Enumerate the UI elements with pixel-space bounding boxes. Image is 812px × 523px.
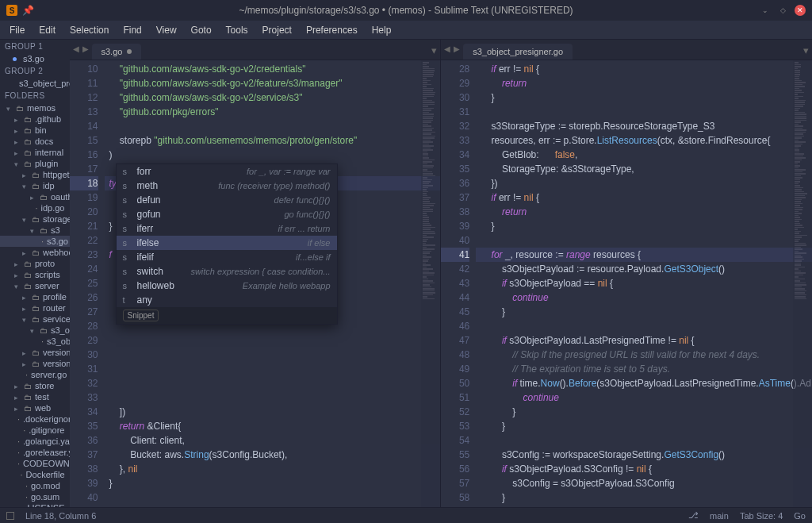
right-pane: ◀▶ s3_object_presigner.go ▾ 282930313233… bbox=[440, 40, 812, 507]
status-tabsize[interactable]: Tab Size: 4 bbox=[740, 511, 783, 521]
sidebar-item[interactable]: 🗀proto bbox=[0, 258, 70, 269]
autocomplete-item[interactable]: shellowebExample hello webapp bbox=[117, 279, 337, 293]
sidebar-item[interactable]: ·s3_object_presigner.go bbox=[0, 336, 70, 347]
autocomplete-item[interactable]: sgofungo func(){}() bbox=[117, 207, 337, 221]
maximize-icon[interactable]: ◇ bbox=[777, 5, 788, 16]
left-tab-bar[interactable]: ◀▶ s3.go ▾ bbox=[70, 40, 441, 60]
sidebar-item[interactable]: 🗀version_checker bbox=[0, 347, 70, 358]
right-code[interactable]: if err != nil { return } s3StorageType :… bbox=[476, 60, 812, 507]
sidebar-item[interactable]: 🗀oauth2 bbox=[0, 191, 70, 202]
sidebar-item[interactable]: 🗀bin bbox=[0, 125, 70, 136]
sidebar-item[interactable]: ·go.mod bbox=[0, 480, 70, 491]
autocomplete-item[interactable]: sswitchswitch expression { case conditio… bbox=[117, 264, 337, 279]
autocomplete-item[interactable]: tany bbox=[117, 293, 337, 307]
tab-menu-icon[interactable]: ▾ bbox=[803, 44, 809, 56]
tab-menu-icon[interactable]: ▾ bbox=[431, 44, 437, 56]
status-panel-icon[interactable] bbox=[6, 512, 14, 520]
sidebar-item[interactable]: 🗀memos bbox=[0, 102, 70, 113]
autocomplete-item[interactable]: sifelifif...else if bbox=[117, 250, 337, 264]
sidebar-item[interactable]: 🗀webhook bbox=[0, 247, 70, 258]
group1-header: GROUP 1 bbox=[0, 40, 70, 53]
sidebar-item[interactable]: ·server.go bbox=[0, 369, 70, 380]
menu-view[interactable]: View bbox=[150, 22, 183, 38]
folders-header: FOLDERS bbox=[0, 89, 70, 102]
window-controls: ⌄ ◇ ✕ bbox=[760, 5, 806, 16]
sidebar-item[interactable]: ·.goreleaser.yaml bbox=[0, 447, 70, 458]
autocomplete-item[interactable]: smethfunc (receiver type) method() bbox=[117, 179, 337, 193]
status-branch[interactable]: main bbox=[710, 511, 729, 521]
autocomplete-item[interactable]: sifelseif else bbox=[117, 236, 337, 250]
branch-icon: ⎇ bbox=[688, 510, 699, 521]
minimize-icon[interactable]: ⌄ bbox=[760, 5, 771, 16]
pin-icon[interactable]: 📌 bbox=[22, 5, 34, 16]
sidebar-item[interactable]: 🗀version bbox=[0, 358, 70, 369]
menu-goto[interactable]: Goto bbox=[185, 22, 218, 38]
editor-area: ◀▶ s3.go ▾ 10111213141516171819202122232… bbox=[70, 40, 813, 507]
sidebar[interactable]: GROUP 1 s3.go GROUP 2 s3_object_presigne… bbox=[0, 40, 70, 507]
sidebar-item[interactable]: 🗀plugin bbox=[0, 158, 70, 169]
nav-back-icon[interactable]: ◀ bbox=[73, 44, 79, 53]
tab-label: s3_object_presigner.go bbox=[473, 47, 563, 56]
status-position[interactable]: Line 18, Column 6 bbox=[25, 511, 96, 521]
sidebar-item[interactable]: 🗀docs bbox=[0, 136, 70, 147]
nav-back-icon[interactable]: ◀ bbox=[444, 44, 450, 53]
sidebar-item[interactable]: 🗀server bbox=[0, 280, 70, 291]
sidebar-item[interactable]: 🗀service bbox=[0, 313, 70, 325]
sidebar-item[interactable]: ·.dockerignore bbox=[0, 413, 70, 425]
dirty-indicator-icon bbox=[127, 49, 132, 54]
sidebar-item[interactable]: ·CODEOWNERS bbox=[0, 458, 70, 469]
tab-label: s3.go bbox=[102, 47, 123, 56]
menu-help[interactable]: Help bbox=[366, 22, 398, 38]
nav-fwd-icon[interactable]: ▶ bbox=[82, 44, 89, 53]
menu-tools[interactable]: Tools bbox=[220, 22, 255, 38]
menu-file[interactable]: File bbox=[3, 22, 31, 38]
close-icon[interactable]: ✕ bbox=[795, 5, 806, 16]
sidebar-item[interactable]: 🗀httpgetter bbox=[0, 169, 70, 180]
sidebar-item[interactable]: s3_object_presigner.go bbox=[0, 78, 70, 89]
autocomplete-item[interactable]: sdefundefer func(){}() bbox=[117, 193, 337, 207]
autocomplete-item[interactable]: sforrfor _, var := range var bbox=[117, 164, 337, 179]
sidebar-item[interactable]: ·.golangci.yaml bbox=[0, 436, 70, 447]
autocomplete-popup[interactable]: sforrfor _, var := range varsmethfunc (r… bbox=[116, 163, 338, 325]
menu-find[interactable]: Find bbox=[117, 22, 147, 38]
right-gutter[interactable]: 2829303132333435363738394041424344454647… bbox=[441, 60, 476, 507]
sidebar-item[interactable]: s3.go bbox=[0, 53, 70, 64]
sidebar-item[interactable]: ·go.sum bbox=[0, 491, 70, 502]
sidebar-item[interactable]: 🗀store bbox=[0, 380, 70, 391]
sidebar-item[interactable]: ·idp.go bbox=[0, 202, 70, 213]
sidebar-item[interactable]: 🗀web bbox=[0, 402, 70, 413]
right-tab-bar[interactable]: ◀▶ s3_object_presigner.go ▾ bbox=[441, 40, 812, 60]
menu-project[interactable]: Project bbox=[256, 22, 298, 38]
left-editor[interactable]: 1011121314151617181920212223242526272829… bbox=[70, 60, 441, 507]
right-minimap[interactable] bbox=[793, 60, 812, 507]
sidebar-item[interactable]: 🗀scripts bbox=[0, 269, 70, 280]
tab-s3[interactable]: s3.go bbox=[92, 44, 142, 60]
menu-selection[interactable]: Selection bbox=[63, 22, 115, 38]
sidebar-item[interactable]: 🗀profile bbox=[0, 291, 70, 302]
sidebar-item[interactable]: 🗀storage bbox=[0, 213, 70, 225]
right-editor[interactable]: 2829303132333435363738394041424344454647… bbox=[441, 60, 812, 507]
sidebar-item[interactable]: 🗀idp bbox=[0, 180, 70, 191]
statusbar: Line 18, Column 6 ⎇ main Tab Size: 4 Go bbox=[0, 507, 812, 523]
left-gutter[interactable]: 1011121314151617181920212223242526272829… bbox=[70, 60, 105, 507]
autocomplete-item[interactable]: siferrif err ... return bbox=[117, 221, 337, 236]
titlebar: S 📌 ~/memos/plugin/storage/s3/s3.go • (m… bbox=[0, 0, 812, 21]
sidebar-item[interactable]: ·.gitignore bbox=[0, 425, 70, 436]
menu-edit[interactable]: Edit bbox=[33, 22, 62, 38]
sidebar-item[interactable]: 🗀internal bbox=[0, 147, 70, 158]
sidebar-item[interactable]: ·LICENSE bbox=[0, 502, 70, 507]
tab-presigner[interactable]: s3_object_presigner.go bbox=[463, 44, 573, 60]
sidebar-item[interactable]: ·s3.go bbox=[0, 236, 70, 247]
menu-preferences[interactable]: Preferences bbox=[300, 22, 364, 38]
sidebar-item[interactable]: 🗀.github bbox=[0, 113, 70, 125]
sidebar-item[interactable]: 🗀s3 bbox=[0, 225, 70, 236]
left-minimap[interactable] bbox=[421, 60, 440, 507]
left-pane: ◀▶ s3.go ▾ 10111213141516171819202122232… bbox=[70, 40, 441, 507]
group2-header: GROUP 2 bbox=[0, 64, 70, 78]
sidebar-item[interactable]: 🗀router bbox=[0, 302, 70, 313]
sidebar-item[interactable]: 🗀test bbox=[0, 391, 70, 402]
status-lang[interactable]: Go bbox=[794, 511, 806, 521]
sidebar-item[interactable]: ·Dockerfile bbox=[0, 469, 70, 480]
sidebar-item[interactable]: 🗀s3_object_presigner bbox=[0, 325, 70, 336]
nav-fwd-icon[interactable]: ▶ bbox=[454, 44, 460, 53]
